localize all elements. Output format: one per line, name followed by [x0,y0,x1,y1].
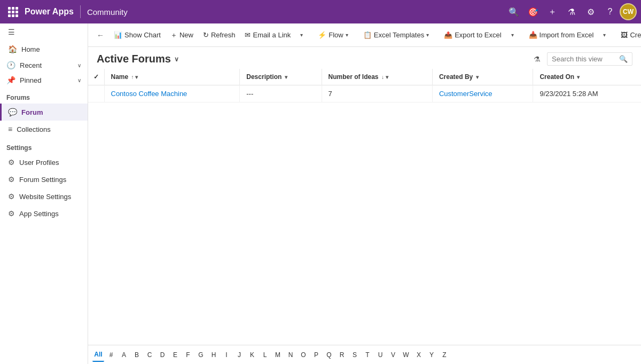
excel-templates-icon: 📋 [363,31,372,39]
alpha-btn-B[interactable]: B [131,348,143,362]
waffle-menu[interactable] [4,3,21,20]
col-created-by[interactable]: Created By ▾ [432,69,533,85]
sidebar-item-user-profiles[interactable]: ⚙ User Profiles [0,154,88,171]
alpha-nav: All#ABCDEFGHIJKLMNOPQRSTUVWXYZ [88,345,641,364]
alpha-btn-I[interactable]: I [221,348,232,362]
alpha-btn-H[interactable]: H [208,348,220,362]
sidebar-item-pinned[interactable]: 📌 Pinned ∨ [0,73,88,88]
col-description[interactable]: Description ▾ [240,69,322,85]
sidebar-item-forum[interactable]: 💬 Forum [0,104,88,121]
sidebar-forum-settings-label: Forum Settings [19,176,66,184]
col-created-by-label: Created By [439,73,473,81]
alpha-btn-J[interactable]: J [233,348,245,362]
alpha-btn-L[interactable]: L [259,348,271,362]
alpha-btn-X[interactable]: X [413,348,425,362]
flow-button[interactable]: ⚡ Flow ▾ [314,29,352,41]
row-created-on: 9/23/2021 5:28 AM [533,85,641,102]
alpha-btn-All[interactable]: All [92,348,104,362]
new-button[interactable]: ＋ New [166,28,198,42]
search-nav-icon[interactable]: 🔍 [504,2,523,21]
alpha-btn-A[interactable]: A [118,348,130,362]
feedback-icon[interactable]: 🎯 [523,2,543,21]
alpha-btn-S[interactable]: S [349,348,361,362]
add-icon[interactable]: ＋ [543,2,562,21]
col-created-by-sort-icon: ▾ [476,74,479,80]
alpha-btn-R[interactable]: R [336,348,348,362]
export-excel-dropdown[interactable]: ▾ [507,30,518,40]
collections-icon: ≡ [8,125,12,133]
sidebar-home-label: Home [21,45,40,53]
col-name[interactable]: Name ↑ ▾ [104,69,240,85]
col-created-on-label: Created On [540,73,574,81]
alpha-btn-T[interactable]: T [362,348,373,362]
sidebar-item-recent[interactable]: 🕐 Recent ∨ [0,58,88,73]
alpha-btn-K[interactable]: K [246,348,258,362]
col-ideas[interactable]: Number of Ideas ↓ ▾ [322,69,432,85]
hamburger-icon: ☰ [8,28,15,36]
alpha-btn-Z[interactable]: Z [439,348,450,362]
import-excel-button[interactable]: 📥 Import from Excel [525,29,598,41]
alpha-btn-#[interactable]: # [105,348,117,362]
view-title-container: Active Forums ∨ [97,53,179,65]
import-chevron: ▾ [603,32,606,38]
sidebar-app-settings-label: App Settings [19,210,59,218]
alpha-btn-M[interactable]: M [272,348,284,362]
sidebar-hamburger[interactable]: ☰ [0,23,88,41]
alpha-btn-G[interactable]: G [195,348,207,362]
show-chart-button[interactable]: 📊 Show Chart [110,29,165,41]
forums-table: ✓ Name ↑ ▾ Description ▾ Number of Ideas… [88,69,641,102]
nav-divider [80,5,81,18]
col-name-sort-icon: ↑ ▾ [131,74,138,80]
row-check [88,85,104,102]
recent-expand-icon: ∨ [77,62,81,68]
row-created-by-link[interactable]: CustomerService [439,90,493,98]
alpha-btn-E[interactable]: E [169,348,181,362]
create-view-label: Create view [630,31,641,39]
sidebar-item-home[interactable]: 🏠 Home [0,41,88,58]
website-settings-icon: ⚙ [8,192,15,201]
alpha-btn-Y[interactable]: Y [426,348,437,362]
search-input[interactable] [552,55,617,63]
col-ideas-sort-icon: ↓ ▾ [381,74,388,80]
alpha-btn-O[interactable]: O [298,348,309,362]
back-button[interactable]: ← [92,29,108,42]
sidebar-item-website-settings[interactable]: ⚙ Website Settings [0,188,88,205]
filter-icon[interactable]: ⚗ [534,55,541,64]
alpha-btn-Q[interactable]: Q [323,348,335,362]
email-link-dropdown[interactable]: ▾ [296,30,307,40]
col-desc-sort-icon: ▾ [285,74,287,80]
sidebar-item-app-settings[interactable]: ⚙ App Settings [0,205,88,222]
new-icon: ＋ [170,30,177,40]
export-excel-label: Export to Excel [455,31,501,39]
alpha-btn-U[interactable]: U [374,348,386,362]
alpha-btn-N[interactable]: N [285,348,296,362]
search-submit-icon[interactable]: 🔍 [619,55,628,63]
alpha-btn-C[interactable]: C [144,348,155,362]
email-link-button[interactable]: ✉ Email a Link [240,29,295,41]
col-created-on[interactable]: Created On ▾ [533,69,641,85]
alpha-btn-P[interactable]: P [310,348,322,362]
settings-nav-icon[interactable]: ⚙ [581,2,600,21]
sidebar-item-forum-settings[interactable]: ⚙ Forum Settings [0,171,88,188]
filter-nav-icon[interactable]: ⚗ [562,2,581,21]
help-icon[interactable]: ? [600,2,620,21]
row-description: --- [240,85,322,102]
view-title-chevron[interactable]: ∨ [174,56,179,63]
waffle-icon [8,7,18,17]
sidebar-collections-label: Collections [17,125,51,133]
import-excel-dropdown[interactable]: ▾ [599,30,610,40]
excel-templates-label: Excel Templates [374,31,424,39]
new-label: New [179,31,193,39]
refresh-button[interactable]: ↻ Refresh [199,29,240,41]
row-name-link[interactable]: Contoso Coffee Machine [111,90,187,98]
alpha-btn-D[interactable]: D [157,348,168,362]
excel-templates-button[interactable]: 📋 Excel Templates ▾ [359,29,433,41]
avatar[interactable]: CW [620,3,637,20]
create-view-button[interactable]: 🖼 Create view [616,29,641,41]
export-excel-button[interactable]: 📤 Export to Excel [440,29,505,41]
col-created-on-sort-icon: ▾ [577,74,580,80]
sidebar-item-collections[interactable]: ≡ Collections [0,121,88,138]
alpha-btn-W[interactable]: W [400,348,412,362]
alpha-btn-V[interactable]: V [387,348,399,362]
alpha-btn-F[interactable]: F [182,348,194,362]
